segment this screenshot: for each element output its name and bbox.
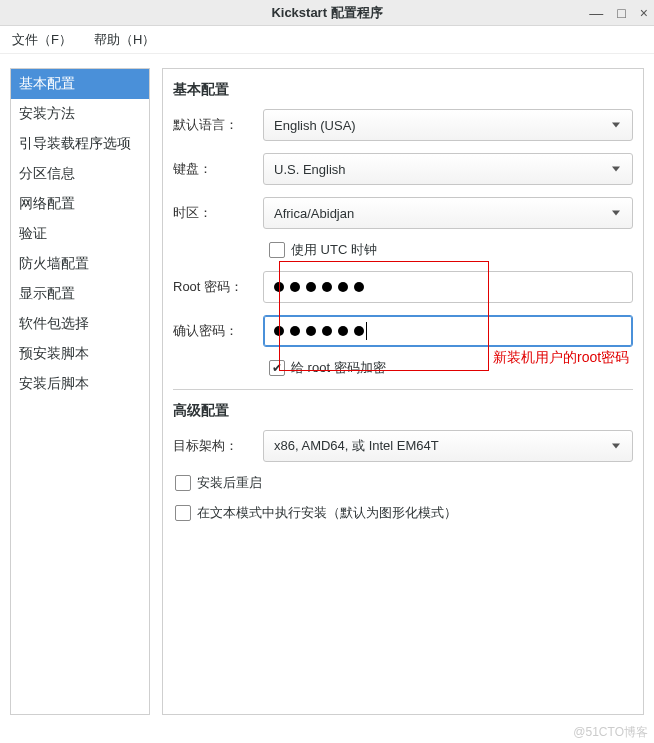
label-root-password: Root 密码： xyxy=(173,278,263,296)
main-area: 基本配置安装方法引导装载程序选项分区信息网络配置验证防火墙配置显示配置软件包选择… xyxy=(0,54,654,725)
checkbox-utc[interactable] xyxy=(269,242,285,258)
label-utc: 使用 UTC 时钟 xyxy=(291,241,377,259)
menu-bar: 文件（F） 帮助（H） xyxy=(0,26,654,54)
sidebar-item-0[interactable]: 基本配置 xyxy=(11,69,149,99)
label-textmode: 在文本模式中执行安装（默认为图形化模式） xyxy=(197,504,457,522)
row-encrypt[interactable]: 给 root 密码加密 xyxy=(269,359,633,377)
row-root-password: Root 密码： xyxy=(173,271,633,303)
sidebar-item-3[interactable]: 分区信息 xyxy=(11,159,149,189)
row-reboot[interactable]: 安装后重启 xyxy=(175,474,633,492)
label-encrypt: 给 root 密码加密 xyxy=(291,359,386,377)
dropdown-timezone[interactable]: Africa/Abidjan xyxy=(263,197,633,229)
row-keyboard: 键盘： U.S. English xyxy=(173,153,633,185)
maximize-button[interactable]: □ xyxy=(617,5,625,21)
input-confirm-password[interactable] xyxy=(263,315,633,347)
sidebar-item-4[interactable]: 网络配置 xyxy=(11,189,149,219)
sidebar-item-7[interactable]: 显示配置 xyxy=(11,279,149,309)
close-button[interactable]: × xyxy=(640,5,648,21)
sidebar-item-6[interactable]: 防火墙配置 xyxy=(11,249,149,279)
sidebar-item-10[interactable]: 安装后脚本 xyxy=(11,369,149,399)
label-confirm-password: 确认密码： xyxy=(173,322,263,340)
sidebar: 基本配置安装方法引导装载程序选项分区信息网络配置验证防火墙配置显示配置软件包选择… xyxy=(10,68,150,715)
content-panel: 基本配置 默认语言： English (USA) 键盘： U.S. Englis… xyxy=(162,68,644,715)
dropdown-keyboard-value: U.S. English xyxy=(274,162,346,177)
dropdown-timezone-value: Africa/Abidjan xyxy=(274,206,354,221)
sidebar-item-1[interactable]: 安装方法 xyxy=(11,99,149,129)
advanced-config-title: 高级配置 xyxy=(173,402,633,420)
row-utc[interactable]: 使用 UTC 时钟 xyxy=(269,241,633,259)
menu-file[interactable]: 文件（F） xyxy=(6,27,78,53)
row-timezone: 时区： Africa/Abidjan xyxy=(173,197,633,229)
window-controls: — □ × xyxy=(589,5,648,21)
label-reboot: 安装后重启 xyxy=(197,474,262,492)
section-separator xyxy=(173,389,633,390)
sidebar-item-8[interactable]: 软件包选择 xyxy=(11,309,149,339)
row-confirm-password: 确认密码： xyxy=(173,315,633,347)
row-arch: 目标架构： x86, AMD64, 或 Intel EM64T xyxy=(173,430,633,462)
sidebar-item-9[interactable]: 预安装脚本 xyxy=(11,339,149,369)
input-root-password[interactable] xyxy=(263,271,633,303)
window-title: Kickstart 配置程序 xyxy=(271,4,382,22)
basic-config-title: 基本配置 xyxy=(173,81,633,99)
checkbox-reboot[interactable] xyxy=(175,475,191,491)
password-dots xyxy=(274,326,364,336)
watermark: @51CTO博客 xyxy=(573,724,648,741)
checkbox-textmode[interactable] xyxy=(175,505,191,521)
label-keyboard: 键盘： xyxy=(173,160,263,178)
title-bar: Kickstart 配置程序 — □ × xyxy=(0,0,654,26)
password-dots xyxy=(274,282,364,292)
row-textmode[interactable]: 在文本模式中执行安装（默认为图形化模式） xyxy=(175,504,633,522)
dropdown-arch[interactable]: x86, AMD64, 或 Intel EM64T xyxy=(263,430,633,462)
checkbox-encrypt[interactable] xyxy=(269,360,285,376)
sidebar-item-2[interactable]: 引导装载程序选项 xyxy=(11,129,149,159)
minimize-button[interactable]: — xyxy=(589,5,603,21)
label-arch: 目标架构： xyxy=(173,437,263,455)
dropdown-keyboard[interactable]: U.S. English xyxy=(263,153,633,185)
label-language: 默认语言： xyxy=(173,116,263,134)
menu-help[interactable]: 帮助（H） xyxy=(88,27,161,53)
dropdown-language[interactable]: English (USA) xyxy=(263,109,633,141)
row-language: 默认语言： English (USA) xyxy=(173,109,633,141)
text-cursor xyxy=(366,322,367,340)
dropdown-arch-value: x86, AMD64, 或 Intel EM64T xyxy=(274,437,439,455)
label-timezone: 时区： xyxy=(173,204,263,222)
dropdown-language-value: English (USA) xyxy=(274,118,356,133)
sidebar-item-5[interactable]: 验证 xyxy=(11,219,149,249)
